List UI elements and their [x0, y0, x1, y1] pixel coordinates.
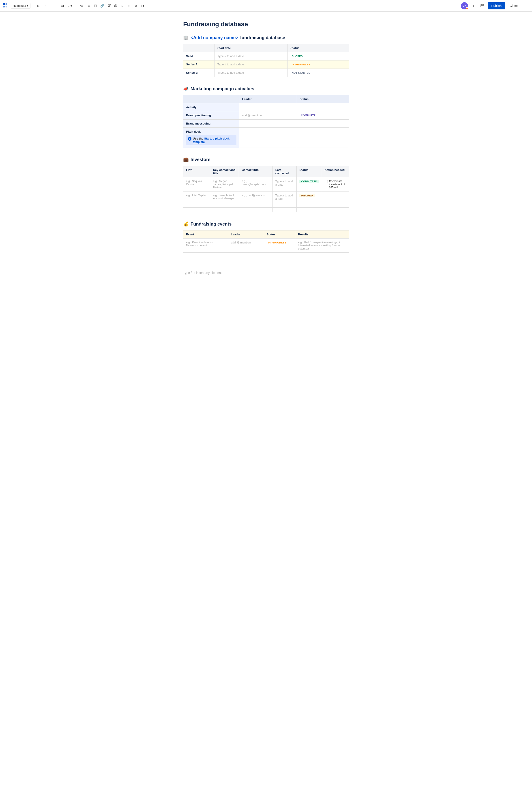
inv-firm-cell: e.g., Sequoia Capital [183, 177, 210, 191]
inv-col-contact: Key contact and title [210, 166, 239, 177]
mkt-col-status: Status [297, 95, 349, 103]
col-header-empty [183, 44, 215, 52]
text-color-group: A ▾ [67, 3, 73, 9]
ev-status-cell [264, 253, 295, 257]
svg-rect-4 [481, 4, 482, 5]
inv-contact-info-cell [239, 208, 272, 212]
publish-button[interactable]: Publish [488, 2, 505, 10]
color-chevron-icon: ▾ [71, 4, 72, 7]
text-color-button[interactable]: A ▾ [67, 3, 73, 9]
main-content: Fundraising database 🏢 <Add company name… [179, 12, 353, 293]
inv-action-cell [322, 208, 349, 212]
columns-button[interactable]: ⧉ [133, 3, 139, 9]
mkt-leader-cell[interactable] [240, 128, 297, 148]
align-chevron-icon: ▾ [63, 4, 64, 7]
ev-col-status: Status [264, 230, 295, 239]
view-button[interactable] [479, 2, 486, 10]
numbered-list-button[interactable]: 1≡ [85, 3, 91, 9]
table-row [183, 253, 349, 257]
inv-firm-cell [183, 203, 210, 208]
ev-leader-cell[interactable] [228, 253, 264, 257]
inv-col-action: Action needed [322, 166, 349, 177]
events-table: Event Leader Status Results e.g., Paradi… [183, 230, 349, 262]
inv-status-cell: PITCHED [297, 191, 322, 203]
ev-results-cell [295, 253, 349, 257]
insert-hint[interactable]: Type / to insert any element [183, 271, 349, 275]
events-header-row: Event Leader Status Results [183, 230, 349, 239]
mkt-leader-cell[interactable]: add @ mention [240, 111, 297, 120]
more-insert-button[interactable]: +▾ [140, 3, 145, 9]
more-options-button[interactable]: ··· [522, 2, 529, 10]
align-group: ≡ ▾ [59, 3, 66, 9]
fund-status-cell: NOT STARTED [288, 69, 349, 77]
investors-section: 💼 Investors Firm Key contact and title C… [183, 157, 349, 212]
inv-col-status: Status [297, 166, 322, 177]
action-text: Coordinate investment of $35 mil [329, 179, 346, 189]
table-button[interactable]: ⊞ [126, 3, 132, 9]
fundraising-section: 🏢 <Add company name> fundraising databas… [183, 35, 349, 77]
table-row [183, 208, 349, 212]
close-button[interactable]: Close [507, 2, 520, 10]
emoji-button[interactable]: ☺ [119, 3, 126, 9]
inv-col-last-contacted: Last contacted [272, 166, 297, 177]
chevron-down-icon: ▾ [27, 4, 29, 7]
mkt-col-empty [183, 95, 240, 103]
svg-rect-2 [3, 6, 5, 7]
inv-status-cell [297, 203, 322, 208]
mkt-status-cell [297, 103, 349, 111]
notification-badge [466, 7, 468, 10]
inv-contact-cell [210, 203, 239, 208]
inv-contact-cell [210, 208, 239, 212]
italic-button[interactable]: I [42, 3, 48, 9]
avatar[interactable]: CK [461, 2, 468, 10]
briefcase-icon: 💼 [183, 157, 189, 162]
align-button[interactable]: ≡ ▾ [59, 3, 66, 9]
inv-contact-info-cell: e.g., msun@scapital.com [239, 177, 272, 191]
inv-firm-cell [183, 208, 210, 212]
svg-rect-3 [5, 6, 7, 7]
mkt-label-cell: Brand positioning [183, 111, 240, 120]
list-group: •≡ 1≡ [78, 3, 91, 9]
fund-date-cell[interactable]: Type // to add a date [215, 52, 288, 61]
inv-last-contacted-cell[interactable] [272, 203, 297, 208]
investors-header-row: Firm Key contact and title Contact info … [183, 166, 349, 177]
investors-table: Firm Key contact and title Contact info … [183, 166, 349, 212]
app-logo[interactable] [3, 3, 7, 8]
mkt-leader-cell[interactable] [240, 103, 297, 111]
bold-button[interactable]: B [35, 3, 41, 9]
marketing-heading: 📣 Marketing campaign activities [183, 86, 349, 91]
ev-leader-cell[interactable]: add @ mention [228, 239, 264, 253]
more-format-button[interactable]: ··· [49, 3, 55, 9]
inv-action-cell: Coordinate investment of $35 mil [322, 177, 349, 191]
task-list-button[interactable]: ☑ [92, 3, 99, 9]
inv-last-contacted-cell[interactable]: Type // to add a date [272, 191, 297, 203]
fund-label-cell: Series A [183, 61, 215, 69]
callout-text: Use the Startup pitch deck template [193, 137, 235, 143]
mkt-status-cell [297, 128, 349, 148]
inv-last-contacted-cell[interactable] [272, 208, 297, 212]
mention-button[interactable]: @ [113, 3, 119, 9]
mkt-label-cell: Activity [183, 103, 240, 111]
fund-date-cell[interactable]: Type // to add a date [215, 61, 288, 69]
table-row [183, 203, 349, 208]
callout-link[interactable]: Startup pitch deck template [193, 137, 230, 143]
add-collaborator-button[interactable]: + [470, 2, 477, 10]
fundraising-table: Start date Status Seed Type // to add a … [183, 44, 349, 77]
ev-leader-cell[interactable] [228, 257, 264, 262]
image-button[interactable]: 🖼 [106, 3, 112, 9]
link-button[interactable]: 🔗 [99, 3, 105, 9]
info-icon: i [188, 137, 192, 141]
mkt-status-cell: COMPLETE [297, 111, 349, 120]
inv-last-contacted-cell[interactable]: Type // to add a date [272, 177, 297, 191]
fund-date-cell[interactable]: Type // to add a date [215, 69, 288, 77]
bullet-list-button[interactable]: •≡ [78, 3, 84, 9]
inv-status-cell [297, 208, 322, 212]
mkt-status-cell [297, 120, 349, 128]
inv-contact-cell: e.g., Joseph Paul, Account Manager [210, 191, 239, 203]
svg-rect-5 [482, 4, 484, 5]
heading-selector[interactable]: Heading 2 ▾ [11, 3, 31, 8]
action-checkbox[interactable] [325, 180, 328, 183]
inv-firm-cell: e.g., Intel Capital [183, 191, 210, 203]
mkt-leader-cell[interactable] [240, 120, 297, 128]
ev-results-cell [295, 257, 349, 262]
